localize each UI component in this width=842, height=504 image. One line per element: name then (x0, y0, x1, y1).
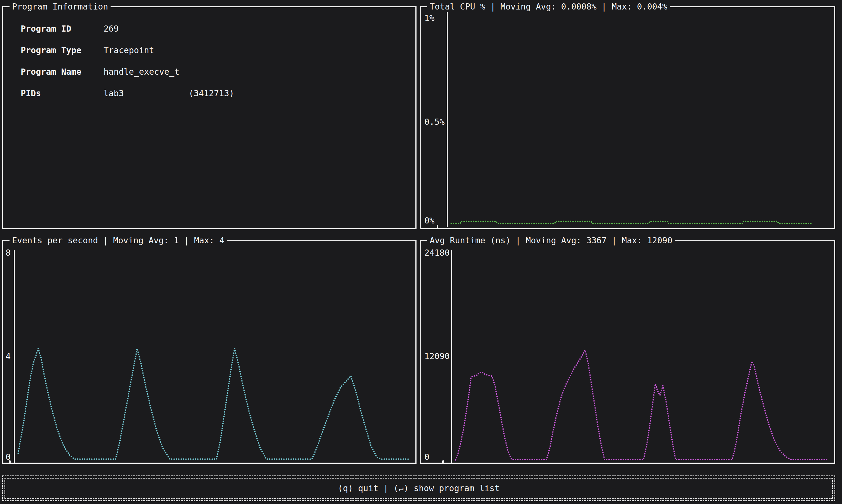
runtime-chart-panel: Avg Runtime (ns) | Moving Avg: 3367 | Ma… (420, 240, 835, 464)
pids-pid-number: (3412713) (189, 88, 234, 99)
key-hints: (q) quit | (↵) show program list (338, 483, 499, 494)
footer-keybar: (q) quit | (↵) show program list (2, 475, 835, 501)
events-dotted-line (18, 348, 409, 459)
program-type-label: Program Type (21, 45, 82, 56)
cpu-line-chart (421, 7, 834, 228)
pids-label: PIDs (21, 88, 41, 99)
pids-value: lab3 (104, 88, 124, 99)
runtime-dotted-line (456, 350, 828, 460)
program-name-label: Program Name (21, 67, 82, 77)
program-id-value: 269 (104, 23, 119, 34)
program-information-panel: Program Information Program ID 269 Progr… (2, 6, 417, 229)
runtime-line-chart (421, 241, 834, 463)
program-id-label: Program ID (21, 23, 71, 34)
cpu-chart-panel: Total CPU % | Moving Avg: 0.0008% | Max:… (420, 6, 835, 229)
events-chart-panel: Events per second | Moving Avg: 1 | Max:… (2, 240, 417, 464)
terminal-screen: Program Information Program ID 269 Progr… (0, 0, 842, 504)
program-information-title: Program Information (10, 1, 110, 12)
events-line-chart (3, 241, 416, 463)
program-name-value: handle_execve_t (104, 67, 179, 77)
cpu-usage-dotted-line (451, 221, 811, 223)
footer-keybar-inner: (q) quit | (↵) show program list (4, 478, 833, 499)
program-type-value: Tracepoint (104, 45, 154, 56)
